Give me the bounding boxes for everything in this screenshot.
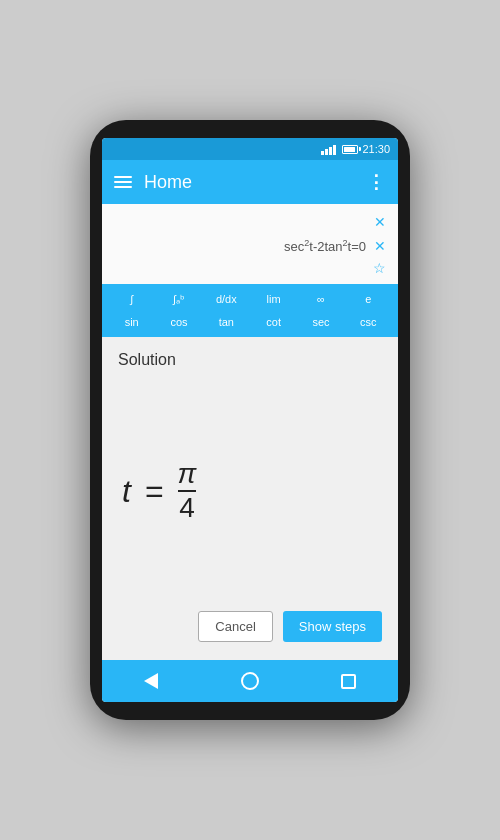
app-bar: Home ⋮ [102,160,398,204]
key-csc[interactable]: csc [352,313,384,331]
keyboard-row-1: ∫ ∫ₐᵇ d/dx lim ∞ e [102,288,398,311]
key-cot[interactable]: cot [258,313,290,331]
solution-equals: = [145,473,164,510]
bottom-nav [102,660,398,702]
recents-button[interactable] [329,661,369,701]
hamburger-menu-icon[interactable] [114,176,132,188]
keyboard-row-2: sin cos tan cot sec csc [102,311,398,333]
home-button[interactable] [230,661,270,701]
delete-expression-icon-2[interactable]: ✕ [374,238,386,254]
key-limit[interactable]: lim [258,290,290,309]
battery-icon [342,145,358,154]
delete-expression-icon-1[interactable]: ✕ [374,214,386,230]
back-icon [144,673,158,689]
key-infinity[interactable]: ∞ [305,290,337,309]
key-definite-integral[interactable]: ∫ₐᵇ [163,290,195,309]
home-icon [241,672,259,690]
solution-fraction: π 4 [178,460,197,522]
key-integral[interactable]: ∫ [116,290,148,309]
key-sin[interactable]: sin [116,313,148,331]
back-button[interactable] [131,661,171,701]
solution-variable: t [122,473,131,510]
cancel-button[interactable]: Cancel [198,611,272,642]
app-title: Home [144,172,355,193]
content-area: ✕ sec2t-2tan2t=0 ✕ ☆ ∫ ∫ₐᵇ [102,204,398,660]
favorite-icon[interactable]: ☆ [373,260,386,276]
show-steps-button[interactable]: Show steps [283,611,382,642]
phone-screen: 21:30 Home ⋮ ✕ [102,138,398,702]
expressions-area: ✕ sec2t-2tan2t=0 ✕ ☆ [102,204,398,284]
phone-device: 21:30 Home ⋮ ✕ [90,120,410,720]
key-tan[interactable]: tan [210,313,242,331]
solution-panel: Solution t = π 4 Cancel Show steps [102,337,398,660]
solution-math: t = π 4 [118,381,382,601]
expression-row-empty: ✕ [114,212,386,232]
expression-row-star: ☆ [114,260,386,276]
status-bar: 21:30 [102,138,398,160]
recents-icon [341,674,356,689]
status-time: 21:30 [362,143,390,155]
fraction-numerator: π [178,460,197,488]
expression-text-1: sec2t-2tan2t=0 [284,238,366,254]
math-keyboard: ∫ ∫ₐᵇ d/dx lim ∞ e sin cos tan cot sec c… [102,284,398,337]
signal-icon [321,143,336,155]
expression-row-1: sec2t-2tan2t=0 ✕ [114,238,386,254]
solution-label: Solution [118,351,382,369]
key-sec[interactable]: sec [305,313,337,331]
key-cos[interactable]: cos [163,313,195,331]
action-buttons: Cancel Show steps [118,601,382,646]
fraction-denominator: 4 [179,494,195,522]
key-euler[interactable]: e [352,290,384,309]
key-derivative[interactable]: d/dx [210,290,242,309]
more-options-icon[interactable]: ⋮ [367,171,386,193]
